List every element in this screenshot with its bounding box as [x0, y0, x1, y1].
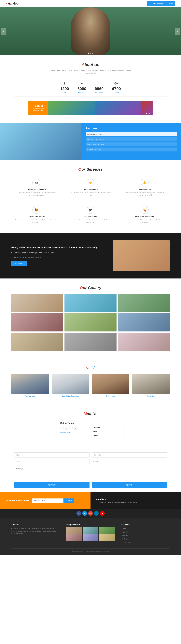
footer-nav-item-2[interactable]: About Us: [121, 531, 170, 533]
twitter-icon: ✦: [78, 82, 86, 85]
stat-followers-number: 8000: [78, 86, 86, 91]
feature-item-3[interactable]: Auttum Accumsan Temy: [86, 142, 177, 146]
social-linkedin-icon[interactable]: in: [94, 511, 99, 516]
gallery-item-1[interactable]: [11, 294, 63, 312]
about-section: About Us Lorem ipsum dolor sit amet, con…: [0, 56, 181, 123]
team-name-1: Field Manager: [11, 395, 49, 397]
hero-child-image: [71, 7, 110, 56]
hero-dot-1[interactable]: [88, 52, 89, 54]
join-title: Join Now: [96, 498, 175, 500]
service-desc-4: Donation is essential for the welfare of…: [14, 219, 58, 224]
team-photo-3: [92, 374, 129, 394]
email-input-1[interactable]: [14, 459, 90, 464]
features-content: Features Accumsan Est Ellate Feugiat Cur…: [81, 123, 181, 160]
newsletter-signup-button[interactable]: Sign Up: [64, 498, 74, 503]
service-title-1: Charity for Education: [14, 188, 58, 190]
gallery-section: Our Gallery: [0, 278, 181, 358]
email-input-2[interactable]: [92, 459, 167, 464]
newsletter-title: ✉ Join our Newsletter: [6, 499, 29, 502]
banner-image-3: [141, 101, 153, 115]
hero-dot-2[interactable]: [90, 52, 91, 54]
stat-likes-label: Likes: [60, 92, 69, 94]
team-title: O V: [11, 365, 170, 370]
instagram-item-3[interactable]: [99, 527, 115, 534]
linkedin-icon: in: [95, 82, 103, 85]
feature-item-2[interactable]: Feugiat Curium Parcam: [86, 137, 177, 141]
googleplus-icon: G+: [112, 82, 121, 85]
footer-nav-item-4[interactable]: Gallery: [121, 538, 170, 540]
stat-followers: ✦ 8000 Followers: [78, 82, 86, 94]
support-button[interactable]: Support Us: [11, 261, 27, 266]
banner-dot-1[interactable]: [146, 113, 147, 114]
instagram-item-1[interactable]: [66, 527, 82, 534]
logo-text: Handout: [8, 2, 19, 5]
banner-dot-2[interactable]: [148, 113, 148, 114]
footer-instagram-grid: [66, 527, 115, 540]
service-card-4: 🎁 Donate for Children Donation is essent…: [11, 203, 61, 226]
facebook-icon: f: [60, 82, 69, 85]
social-twitter-icon[interactable]: t: [82, 511, 87, 516]
message-textarea[interactable]: [14, 466, 167, 480]
submit-button[interactable]: SUBMIT: [14, 482, 90, 488]
footer-instagram-col: Instagram Posts: [66, 524, 115, 544]
gallery-item-6[interactable]: [118, 313, 170, 332]
service-desc-1: Only is reserved in the services to make…: [14, 192, 58, 196]
team-grid: Field Manager Secretariat Committee Our …: [11, 374, 170, 398]
mail-gp-icon[interactable]: g: [69, 426, 73, 430]
logo[interactable]: ♥ Handout: [6, 2, 19, 5]
service-card-3: 👶 Save Children Only is reserved in the …: [120, 176, 170, 199]
stat-donors-number: 6700: [112, 86, 121, 91]
footer-nav-item-1[interactable]: Home: [121, 527, 170, 530]
service-icon-2: 🤝: [87, 179, 94, 186]
gallery-item-4[interactable]: [11, 313, 63, 332]
call-label: Call Me: [93, 435, 121, 437]
newsletter-email-input[interactable]: [32, 498, 63, 503]
hero-next-arrow[interactable]: ›: [175, 28, 179, 35]
service-icon-1: 🏫: [32, 179, 40, 186]
clear-button[interactable]: CLEAR: [92, 482, 167, 488]
phone-button[interactable]: Call Us: 000-000-0000-0726: [147, 2, 175, 6]
social-youtube-icon[interactable]: ▶: [100, 511, 105, 516]
name-input[interactable]: [14, 452, 90, 458]
mail-fb-icon[interactable]: f: [60, 426, 64, 430]
gallery-item-9[interactable]: [118, 332, 170, 351]
feature-item-1[interactable]: Accumsan Est Ellate: [86, 132, 177, 136]
hero-prev-arrow[interactable]: ‹: [2, 28, 6, 35]
contact-form: SUBMIT CLEAR: [0, 452, 181, 492]
footer-nav-item-3[interactable]: Services: [121, 534, 170, 536]
services-section: Our Services 🏫 Charity for Education Onl…: [0, 160, 181, 233]
banner-dot-3[interactable]: [149, 113, 150, 114]
footer-copyright: Copyright © 2017 Company name All rights…: [11, 548, 170, 552]
team-member-4: Senior Staff: [132, 374, 170, 398]
gallery-item-2[interactable]: [65, 294, 116, 312]
instagram-item-6[interactable]: [99, 534, 115, 540]
gallery-item-7[interactable]: [11, 332, 63, 351]
social-googleplus-icon[interactable]: g+: [88, 511, 93, 516]
instagram-item-4[interactable]: [66, 534, 82, 540]
footer-columns: About Us Lorem ipsum dolor sit amet, con…: [11, 524, 170, 544]
team-photo-1: [11, 374, 49, 394]
instagram-item-5[interactable]: [83, 534, 99, 540]
social-facebook-icon[interactable]: f: [76, 511, 81, 516]
carousel-banner: Handout You can make the difference in l…: [28, 101, 153, 115]
gallery-item-8[interactable]: [65, 332, 116, 351]
hero-dot-3[interactable]: [92, 52, 93, 54]
quote-small-text: You can contribute your share for the Ch…: [11, 256, 105, 258]
team-name-3: Our Friends: [92, 395, 129, 397]
newsletter-text: ✉ Join our Newsletter: [6, 499, 29, 502]
newsletter-right: Join Now Subscribe to our Email and Get …: [91, 492, 181, 509]
stat-donations-label: Donations: [95, 92, 103, 94]
team-member-2: Secretariat Committee: [52, 374, 89, 398]
footer-instagram-title: Instagram Posts: [66, 524, 115, 526]
footer-nav-item-5[interactable]: Contact Us: [121, 541, 170, 544]
gallery-item-5[interactable]: [65, 313, 116, 332]
mail-tw-icon[interactable]: t: [65, 426, 68, 430]
gallery-item-3[interactable]: [118, 294, 170, 312]
footer-about-text: Lorem ipsum dolor sit amet, consectetur …: [11, 527, 60, 535]
feature-item-4[interactable]: Exceptam Est Ellate: [86, 148, 177, 152]
instagram-item-2[interactable]: [83, 527, 99, 534]
mail-in-icon[interactable]: in: [74, 426, 77, 430]
mail-directions-link[interactable]: Get Directions: [60, 432, 88, 433]
telephone-input[interactable]: [92, 452, 167, 458]
newsletter-left: ✉ Join our Newsletter Sign Up: [0, 492, 91, 509]
